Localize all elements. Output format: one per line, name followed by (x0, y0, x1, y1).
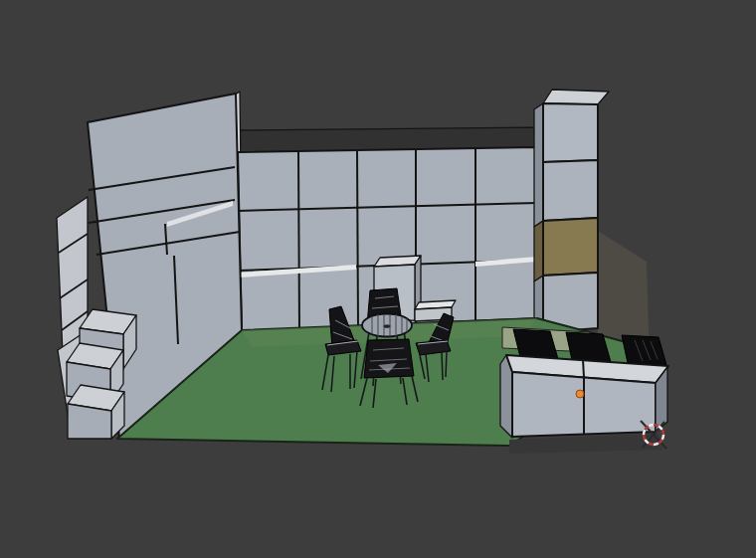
bar-counter[interactable] (500, 355, 668, 438)
object-origin-dot[interactable] (576, 390, 584, 398)
accent-cube[interactable] (543, 218, 598, 276)
accent-cube-side (534, 221, 543, 281)
tower-side-face (534, 103, 543, 227)
corner-tower[interactable] (534, 90, 609, 338)
tower-top-face (543, 90, 609, 104)
viewport-3d[interactable] (0, 0, 756, 558)
scene-canvas[interactable] (0, 0, 756, 558)
table-center-detail (384, 324, 391, 328)
chair-backrest (364, 339, 414, 378)
tower-cube (543, 103, 598, 162)
counter-divider-lines (583, 360, 584, 435)
tower-cube (543, 160, 598, 221)
cursor-3d[interactable] (641, 421, 666, 449)
